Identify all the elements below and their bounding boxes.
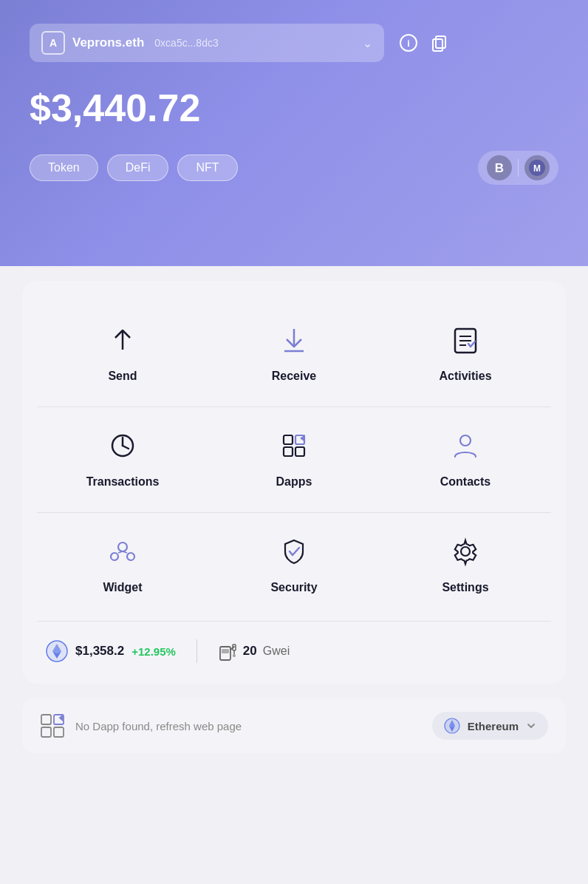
- settings-label: Settings: [442, 581, 488, 594]
- tab-defi[interactable]: DeFi: [107, 154, 169, 181]
- svg-point-24: [111, 553, 118, 560]
- contacts-icon: [445, 425, 486, 466]
- svg-rect-18: [284, 447, 293, 456]
- contacts-button[interactable]: Contacts: [380, 410, 551, 509]
- svg-rect-19: [295, 447, 304, 456]
- receive-label: Receive: [272, 370, 317, 383]
- stats-divider: [37, 621, 551, 622]
- svg-point-25: [127, 553, 134, 560]
- eth-price-change: +12.95%: [131, 645, 176, 658]
- dapps-icon: [273, 425, 315, 466]
- svg-rect-41: [54, 727, 64, 737]
- wallet-name: Veprons.eth: [72, 35, 144, 50]
- tab-token[interactable]: Token: [30, 154, 98, 181]
- svg-rect-3: [433, 39, 442, 51]
- wallet-avatar: A: [41, 31, 65, 55]
- svg-line-26: [118, 551, 123, 553]
- dapps-button[interactable]: Dapps: [208, 410, 380, 509]
- network-selector[interactable]: Ethereum: [432, 712, 548, 740]
- security-icon: [273, 531, 315, 572]
- gas-value: 20: [243, 644, 257, 659]
- svg-line-27: [123, 551, 127, 553]
- activities-icon: [445, 319, 486, 361]
- transactions-button[interactable]: Transactions: [37, 410, 208, 509]
- tab-nft[interactable]: NFT: [177, 154, 237, 181]
- svg-text:B: B: [495, 161, 504, 175]
- activities-button[interactable]: Activities: [380, 305, 551, 404]
- receive-button[interactable]: Receive: [208, 305, 380, 404]
- svg-point-38: [233, 654, 236, 657]
- svg-rect-40: [41, 727, 51, 737]
- partner-b-icon[interactable]: B: [487, 155, 512, 180]
- header-section: A Veprons.eth 0xca5c...8dc3 ⌄ i $3,440.7…: [0, 0, 588, 266]
- svg-point-22: [460, 435, 471, 446]
- grid-divider-1: [37, 407, 551, 407]
- stats-row: $1,358.2 +12.95% 20 Gwei: [37, 625, 551, 669]
- svg-rect-34: [222, 649, 229, 653]
- send-icon: [102, 319, 143, 361]
- eth-price-value: $1,358.2: [75, 644, 124, 659]
- info-icon[interactable]: i: [399, 33, 418, 52]
- send-button[interactable]: Send: [37, 305, 208, 404]
- svg-rect-39: [41, 715, 51, 724]
- settings-button[interactable]: Settings: [380, 516, 551, 615]
- partner-icons: B M: [478, 151, 558, 185]
- svg-point-23: [118, 543, 127, 551]
- widget-icon: [102, 531, 143, 572]
- settings-icon: [445, 531, 486, 572]
- partner-divider: [518, 159, 519, 177]
- receive-icon: [273, 319, 315, 361]
- send-label: Send: [108, 370, 137, 383]
- dapps-bar-icon: [40, 713, 65, 738]
- address-chevron-icon[interactable]: ⌄: [363, 36, 372, 50]
- security-button[interactable]: Security: [208, 516, 380, 615]
- copy-icon[interactable]: [430, 33, 449, 52]
- tabs-row: Token DeFi NFT B M: [30, 151, 558, 185]
- actions-grid-row3: Widget Security Settings: [37, 516, 551, 615]
- security-label: Security: [270, 581, 317, 594]
- gas-info: 20 Gwei: [218, 641, 290, 662]
- network-chevron-icon: [526, 721, 536, 731]
- gas-unit: Gwei: [263, 645, 290, 658]
- svg-text:M: M: [533, 163, 541, 174]
- gas-icon: [218, 641, 237, 662]
- widget-label: Widget: [103, 581, 142, 594]
- dapps-label: Dapps: [276, 475, 312, 489]
- actions-grid: Send Receive A: [37, 305, 551, 404]
- main-card: Send Receive A: [22, 281, 566, 684]
- transactions-label: Transactions: [86, 475, 160, 489]
- bottom-dapp-bar: No Dapp found, refresh web page Ethereum: [22, 698, 566, 753]
- widget-button[interactable]: Widget: [37, 516, 208, 615]
- network-name: Ethereum: [468, 720, 519, 732]
- partner-m-icon[interactable]: M: [524, 155, 550, 180]
- eth-logo: [46, 640, 68, 662]
- contacts-label: Contacts: [440, 475, 490, 489]
- svg-text:i: i: [407, 38, 410, 49]
- eth-selector-icon: [444, 718, 460, 734]
- activities-label: Activities: [439, 370, 491, 383]
- address-bar[interactable]: A Veprons.eth 0xca5c...8dc3 ⌄: [30, 24, 384, 62]
- svg-point-28: [461, 547, 470, 556]
- no-dapp-message: No Dapp found, refresh web page: [75, 720, 422, 732]
- grid-divider-2: [37, 512, 551, 513]
- wallet-address: 0xca5c...8dc3: [154, 37, 218, 49]
- header-action-icons: i: [399, 33, 449, 52]
- svg-line-16: [123, 446, 129, 449]
- stats-vertical-divider: [196, 639, 197, 663]
- actions-grid-row2: Transactions Dapps Contac: [37, 410, 551, 509]
- svg-rect-2: [436, 36, 445, 48]
- svg-rect-17: [284, 435, 293, 444]
- balance-display: $3,440.72: [30, 86, 558, 130]
- transactions-icon: [102, 425, 143, 466]
- eth-price-info: $1,358.2 +12.95%: [46, 640, 176, 662]
- svg-marker-43: [59, 715, 64, 721]
